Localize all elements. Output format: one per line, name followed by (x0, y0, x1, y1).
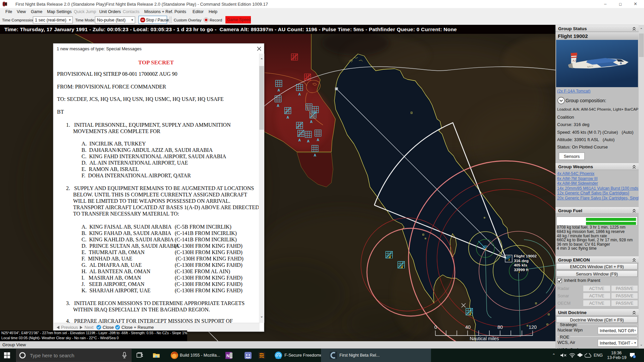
svg-text:A: A (286, 115, 289, 119)
svg-text:40: 40 (465, 324, 471, 330)
svg-text:A: A (298, 92, 301, 96)
svg-text:NAVY: NAVY (587, 65, 593, 68)
svg-text:A: A (317, 138, 319, 142)
svg-text:A: A (307, 139, 310, 143)
svg-text:120: 120 (529, 324, 537, 330)
svg-text:3: 3 (634, 355, 635, 358)
svg-text:N: N (226, 353, 229, 358)
svg-text:A: A (310, 120, 313, 124)
svg-text:0: 0 (434, 324, 437, 330)
svg-text:316 deg: 316 deg (514, 258, 529, 263)
svg-text:33999 ft: 33999 ft (514, 267, 529, 272)
svg-text:A: A (277, 104, 279, 108)
svg-text:A: A (298, 138, 301, 142)
svg-text:A: A (277, 88, 280, 92)
svg-text:Nautical miles: Nautical miles (470, 336, 499, 341)
svg-text:AJ: AJ (573, 59, 576, 62)
svg-text:80: 80 (497, 324, 503, 330)
svg-text:Flight 19002: Flight 19002 (514, 254, 537, 258)
svg-text:405 kts: 405 kts (514, 263, 527, 267)
svg-text:A: A (314, 153, 316, 157)
